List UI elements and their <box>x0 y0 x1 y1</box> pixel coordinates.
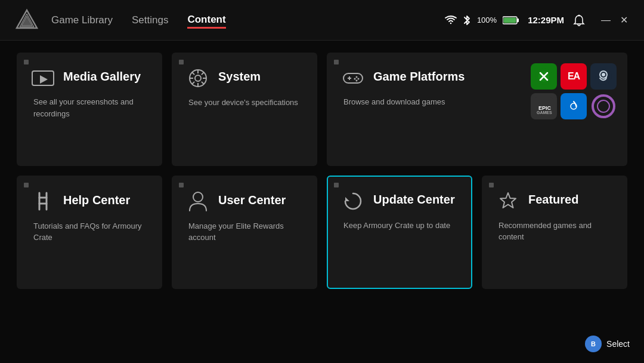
card-title: Featured <box>528 193 578 207</box>
update-icon <box>341 189 365 211</box>
epic-logo: EPIC GAMES <box>531 93 557 119</box>
svg-point-36 <box>597 100 609 112</box>
card-desc: Recommended games and content <box>496 220 613 243</box>
user-icon <box>186 189 210 212</box>
card-title: Help Center <box>63 193 130 207</box>
svg-point-22 <box>356 76 358 78</box>
nav-game-library[interactable]: Game Library <box>51 12 113 29</box>
svg-rect-4 <box>517 19 519 22</box>
system-icon <box>186 66 210 88</box>
xbox-logo <box>531 63 557 90</box>
svg-line-15 <box>192 72 194 74</box>
battery-icon <box>503 16 519 24</box>
card-header: Update Center <box>341 189 458 211</box>
card-title: Game Platforms <box>373 70 465 84</box>
media-icon <box>31 66 55 88</box>
card-featured[interactable]: Featured Recommended games and content <box>482 176 627 289</box>
action-label: Select <box>606 339 630 349</box>
b-button[interactable]: B <box>585 336 602 352</box>
card-title: User Center <box>218 193 286 207</box>
ring-logo <box>590 93 617 119</box>
svg-rect-5 <box>504 17 516 23</box>
svg-line-16 <box>202 81 204 84</box>
gamepad-icon <box>341 66 365 88</box>
svg-point-24 <box>354 78 356 79</box>
svg-marker-42 <box>345 197 349 201</box>
card-title: Update Center <box>373 193 455 207</box>
status-icons: 100% <box>445 14 519 26</box>
close-button[interactable]: ✕ <box>618 14 630 26</box>
svg-point-29 <box>602 73 605 76</box>
content-grid: Media Gallery See all your screenshots a… <box>0 41 644 301</box>
card-header: System <box>186 66 303 88</box>
header: Game Library Settings Content 100% <box>0 0 644 41</box>
minimize-button[interactable]: — <box>600 14 612 26</box>
card-update-center[interactable]: Update Center Keep Armoury Crate up to d… <box>327 176 472 289</box>
svg-point-33 <box>565 98 582 115</box>
nav-settings[interactable]: Settings <box>132 12 168 29</box>
card-desc: Keep Armoury Crate up to date <box>341 220 458 232</box>
card-desc: See all your screenshots and recordings <box>31 96 148 119</box>
svg-rect-19 <box>343 73 363 83</box>
card-header: Media Gallery <box>31 66 148 88</box>
ea-logo: EA <box>561 63 587 90</box>
svg-line-17 <box>202 72 204 74</box>
window-controls: — ✕ <box>600 14 630 26</box>
app-logo <box>14 8 39 33</box>
help-icon <box>31 189 55 212</box>
steam-logo <box>590 63 617 90</box>
card-title: Media Gallery <box>63 70 141 84</box>
bottom-bar: B Select <box>585 336 630 352</box>
card-media-gallery[interactable]: Media Gallery See all your screenshots a… <box>17 53 162 166</box>
wifi-icon <box>445 16 457 25</box>
card-title: System <box>218 70 261 84</box>
bell-icon[interactable] <box>572 14 586 27</box>
svg-text:GAMES: GAMES <box>537 110 552 115</box>
svg-point-25 <box>356 79 358 81</box>
card-user-center[interactable]: User Center Manage your Elite Rewards ac… <box>172 176 317 289</box>
card-desc: Tutorials and FAQs for Armoury Crate <box>31 220 148 244</box>
card-game-platforms[interactable]: Game Platforms Browse and download games… <box>327 53 627 166</box>
featured-icon <box>496 189 520 211</box>
bluetooth-icon <box>463 14 471 26</box>
card-header: Featured <box>496 189 613 211</box>
clock: 12:29PM <box>528 15 564 25</box>
svg-marker-8 <box>40 75 48 84</box>
card-desc: See your device's specifications <box>186 97 303 109</box>
card-header: Help Center <box>31 189 148 212</box>
svg-line-18 <box>192 81 194 84</box>
nav-content[interactable]: Content <box>187 11 225 29</box>
svg-point-10 <box>195 75 201 81</box>
card-header: User Center <box>186 189 303 212</box>
header-right: 100% 12:29PM — ✕ <box>445 14 630 27</box>
svg-point-6 <box>578 14 580 16</box>
svg-point-23 <box>358 78 360 79</box>
svg-point-41 <box>193 192 203 202</box>
card-help-center[interactable]: Help Center Tutorials and FAQs for Armou… <box>17 176 162 289</box>
platform-logos: EA EPIC GAMES <box>531 63 617 119</box>
main-nav: Game Library Settings Content <box>51 11 445 29</box>
card-desc: Manage your Elite Rewards account <box>186 220 303 244</box>
card-system[interactable]: System See your device's specifications <box>172 53 317 166</box>
ubisoft-logo <box>561 93 587 119</box>
battery-level: 100% <box>477 16 497 24</box>
svg-point-35 <box>593 96 614 117</box>
